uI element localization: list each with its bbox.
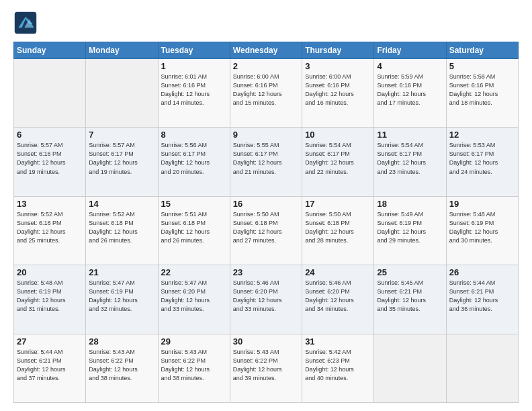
- day-info: Sunrise: 5:44 AM Sunset: 6:21 PM Dayligh…: [17, 348, 83, 383]
- day-info: Sunrise: 5:54 AM Sunset: 6:17 PM Dayligh…: [377, 141, 443, 176]
- calendar-cell: 3Sunrise: 6:00 AM Sunset: 6:16 PM Daylig…: [302, 59, 374, 128]
- calendar-cell: 6Sunrise: 5:57 AM Sunset: 6:16 PM Daylig…: [14, 128, 86, 196]
- day-info: Sunrise: 5:48 AM Sunset: 6:19 PM Dayligh…: [449, 210, 515, 245]
- day-number: 26: [449, 267, 515, 277]
- calendar-cell: 4Sunrise: 5:59 AM Sunset: 6:16 PM Daylig…: [374, 59, 446, 128]
- page: SundayMondayTuesdayWednesdayThursdayFrid…: [0, 0, 532, 411]
- day-info: Sunrise: 5:47 AM Sunset: 6:19 PM Dayligh…: [89, 279, 154, 314]
- day-info: Sunrise: 5:45 AM Sunset: 6:21 PM Dayligh…: [377, 279, 443, 314]
- day-number: 8: [161, 130, 227, 140]
- logo-icon: [13, 11, 38, 35]
- calendar-cell: 17Sunrise: 5:50 AM Sunset: 6:18 PM Dayli…: [302, 196, 374, 265]
- day-info: Sunrise: 5:58 AM Sunset: 6:16 PM Dayligh…: [449, 73, 515, 107]
- calendar-cell: 5Sunrise: 5:58 AM Sunset: 6:16 PM Daylig…: [446, 59, 518, 128]
- weekday-header-sunday: Sunday: [14, 42, 86, 59]
- weekday-header-wednesday: Wednesday: [230, 42, 302, 59]
- weekday-header-tuesday: Tuesday: [158, 42, 230, 59]
- day-number: 10: [305, 130, 371, 140]
- day-info: Sunrise: 5:57 AM Sunset: 6:16 PM Dayligh…: [17, 141, 83, 176]
- calendar-cell: 26Sunrise: 5:44 AM Sunset: 6:21 PM Dayli…: [446, 265, 518, 334]
- calendar-week-4: 20Sunrise: 5:48 AM Sunset: 6:19 PM Dayli…: [14, 265, 519, 334]
- day-number: 7: [89, 130, 154, 140]
- day-number: 18: [377, 199, 443, 209]
- calendar-week-3: 13Sunrise: 5:52 AM Sunset: 6:18 PM Dayli…: [14, 196, 519, 265]
- calendar-cell: [374, 334, 446, 402]
- calendar-week-2: 6Sunrise: 5:57 AM Sunset: 6:16 PM Daylig…: [14, 128, 519, 196]
- day-info: Sunrise: 5:44 AM Sunset: 6:21 PM Dayligh…: [449, 279, 515, 314]
- calendar-cell: 14Sunrise: 5:52 AM Sunset: 6:18 PM Dayli…: [86, 196, 158, 265]
- day-info: Sunrise: 5:50 AM Sunset: 6:18 PM Dayligh…: [233, 210, 299, 245]
- day-info: Sunrise: 5:51 AM Sunset: 6:18 PM Dayligh…: [161, 210, 227, 245]
- day-number: 23: [233, 267, 299, 277]
- calendar-cell: 9Sunrise: 5:55 AM Sunset: 6:17 PM Daylig…: [230, 128, 302, 196]
- calendar-cell: 23Sunrise: 5:46 AM Sunset: 6:20 PM Dayli…: [230, 265, 302, 334]
- calendar-cell: 10Sunrise: 5:54 AM Sunset: 6:17 PM Dayli…: [302, 128, 374, 196]
- day-info: Sunrise: 5:49 AM Sunset: 6:19 PM Dayligh…: [377, 210, 443, 245]
- calendar-table: SundayMondayTuesdayWednesdayThursdayFrid…: [13, 42, 519, 403]
- day-number: 12: [449, 130, 515, 140]
- calendar-cell: [14, 59, 86, 128]
- calendar-cell: 12Sunrise: 5:53 AM Sunset: 6:17 PM Dayli…: [446, 128, 518, 196]
- day-number: 9: [233, 130, 299, 140]
- calendar-header-row: SundayMondayTuesdayWednesdayThursdayFrid…: [14, 42, 519, 59]
- weekday-header-saturday: Saturday: [446, 42, 518, 59]
- day-number: 19: [449, 199, 515, 209]
- day-number: 4: [377, 61, 443, 71]
- weekday-header-thursday: Thursday: [302, 42, 374, 59]
- day-number: 30: [233, 336, 299, 347]
- day-number: 20: [17, 267, 83, 277]
- day-info: Sunrise: 5:46 AM Sunset: 6:20 PM Dayligh…: [233, 279, 299, 314]
- day-info: Sunrise: 5:57 AM Sunset: 6:17 PM Dayligh…: [89, 141, 154, 176]
- day-number: 25: [377, 267, 443, 277]
- day-info: Sunrise: 5:43 AM Sunset: 6:22 PM Dayligh…: [89, 348, 154, 383]
- day-info: Sunrise: 5:43 AM Sunset: 6:22 PM Dayligh…: [233, 348, 299, 383]
- day-number: 15: [161, 199, 227, 209]
- logo: [13, 11, 42, 35]
- day-info: Sunrise: 6:01 AM Sunset: 6:16 PM Dayligh…: [161, 73, 227, 107]
- day-number: 2: [233, 61, 299, 71]
- day-info: Sunrise: 5:59 AM Sunset: 6:16 PM Dayligh…: [377, 73, 443, 107]
- calendar-week-1: 1Sunrise: 6:01 AM Sunset: 6:16 PM Daylig…: [14, 59, 519, 128]
- weekday-header-monday: Monday: [86, 42, 158, 59]
- calendar-cell: 30Sunrise: 5:43 AM Sunset: 6:22 PM Dayli…: [230, 334, 302, 402]
- day-number: 24: [305, 267, 371, 277]
- calendar-cell: [86, 59, 158, 128]
- calendar-cell: 20Sunrise: 5:48 AM Sunset: 6:19 PM Dayli…: [14, 265, 86, 334]
- day-info: Sunrise: 5:55 AM Sunset: 6:17 PM Dayligh…: [233, 141, 299, 176]
- day-number: 16: [233, 199, 299, 209]
- day-number: 6: [17, 130, 83, 140]
- calendar-cell: 8Sunrise: 5:56 AM Sunset: 6:17 PM Daylig…: [158, 128, 230, 196]
- calendar-cell: 2Sunrise: 6:00 AM Sunset: 6:16 PM Daylig…: [230, 59, 302, 128]
- calendar-cell: 28Sunrise: 5:43 AM Sunset: 6:22 PM Dayli…: [86, 334, 158, 402]
- calendar-cell: 7Sunrise: 5:57 AM Sunset: 6:17 PM Daylig…: [86, 128, 158, 196]
- day-info: Sunrise: 5:42 AM Sunset: 6:23 PM Dayligh…: [305, 348, 371, 383]
- day-number: 1: [161, 61, 227, 71]
- calendar-cell: 29Sunrise: 5:43 AM Sunset: 6:22 PM Dayli…: [158, 334, 230, 402]
- day-number: 13: [17, 199, 83, 209]
- day-number: 14: [89, 199, 154, 209]
- day-number: 31: [305, 336, 371, 347]
- day-number: 29: [161, 336, 227, 347]
- calendar-cell: [446, 334, 518, 402]
- calendar-cell: 13Sunrise: 5:52 AM Sunset: 6:18 PM Dayli…: [14, 196, 86, 265]
- day-number: 11: [377, 130, 443, 140]
- day-info: Sunrise: 6:00 AM Sunset: 6:16 PM Dayligh…: [233, 73, 299, 107]
- day-number: 3: [305, 61, 371, 71]
- day-number: 21: [89, 267, 154, 277]
- day-info: Sunrise: 5:43 AM Sunset: 6:22 PM Dayligh…: [161, 348, 227, 383]
- calendar-week-5: 27Sunrise: 5:44 AM Sunset: 6:21 PM Dayli…: [14, 334, 519, 402]
- calendar-cell: 25Sunrise: 5:45 AM Sunset: 6:21 PM Dayli…: [374, 265, 446, 334]
- day-info: Sunrise: 5:54 AM Sunset: 6:17 PM Dayligh…: [305, 141, 371, 176]
- header: [13, 11, 519, 35]
- calendar-cell: 15Sunrise: 5:51 AM Sunset: 6:18 PM Dayli…: [158, 196, 230, 265]
- day-number: 17: [305, 199, 371, 209]
- calendar-cell: 19Sunrise: 5:48 AM Sunset: 6:19 PM Dayli…: [446, 196, 518, 265]
- day-info: Sunrise: 5:46 AM Sunset: 6:20 PM Dayligh…: [305, 279, 371, 314]
- calendar-cell: 24Sunrise: 5:46 AM Sunset: 6:20 PM Dayli…: [302, 265, 374, 334]
- day-number: 22: [161, 267, 227, 277]
- calendar-cell: 11Sunrise: 5:54 AM Sunset: 6:17 PM Dayli…: [374, 128, 446, 196]
- day-info: Sunrise: 6:00 AM Sunset: 6:16 PM Dayligh…: [305, 73, 371, 107]
- calendar-cell: 31Sunrise: 5:42 AM Sunset: 6:23 PM Dayli…: [302, 334, 374, 402]
- calendar-cell: 16Sunrise: 5:50 AM Sunset: 6:18 PM Dayli…: [230, 196, 302, 265]
- calendar-cell: 1Sunrise: 6:01 AM Sunset: 6:16 PM Daylig…: [158, 59, 230, 128]
